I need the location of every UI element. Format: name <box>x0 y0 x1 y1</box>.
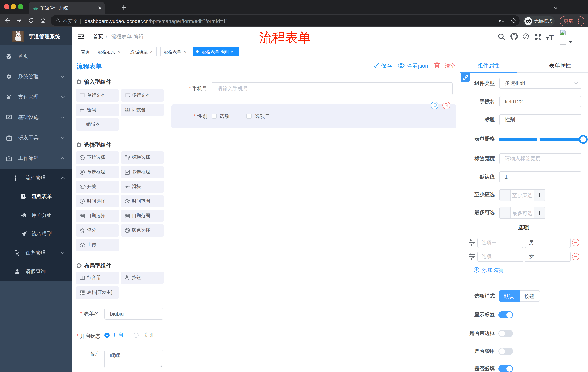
svg-text:T: T <box>546 36 549 41</box>
svg-text:123: 123 <box>125 108 130 111</box>
svg-text:T: T <box>549 34 554 41</box>
